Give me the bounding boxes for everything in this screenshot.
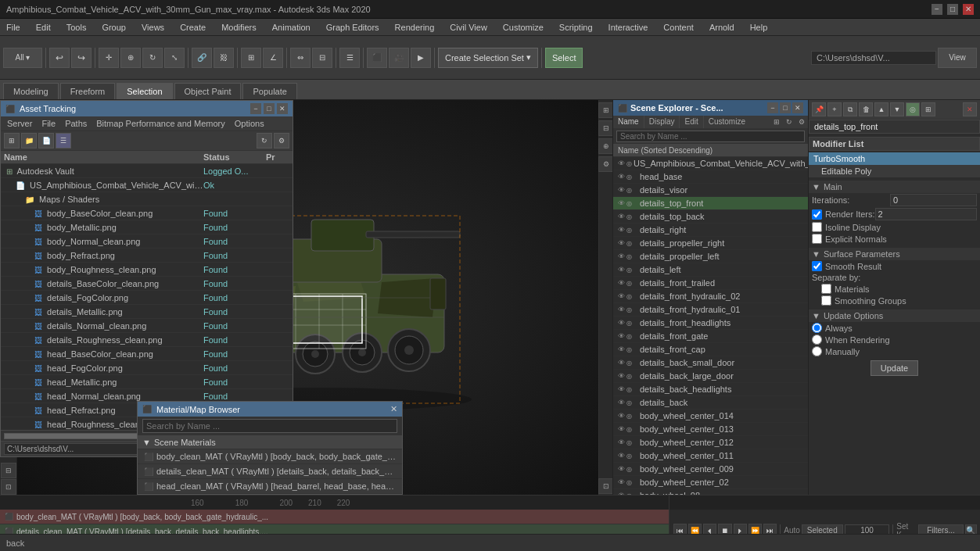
menu-civil-view[interactable]: Civil View xyxy=(447,21,490,34)
se-list-item[interactable]: 👁 ◎ US_Amphibious_Combat_Vehicle_ACV_wit… xyxy=(613,157,808,170)
asset-row[interactable]: 🖼 head_FogColor.png Found xyxy=(1,361,293,375)
menu-create[interactable]: Create xyxy=(177,21,209,34)
tab-populate[interactable]: Populate xyxy=(242,83,296,99)
mirror-btn[interactable]: ⇔ xyxy=(290,48,311,68)
rotate-btn[interactable]: ↻ xyxy=(142,48,163,68)
mod-tb-3[interactable]: ⊞ xyxy=(921,102,935,116)
render-setup-btn[interactable]: 🎥 xyxy=(389,48,409,68)
redo-btn[interactable]: ↪ xyxy=(71,48,92,68)
menu-arnold[interactable]: Arnold xyxy=(706,21,738,34)
se-list-item[interactable]: 👁 ◎ body_wheel_center_012 xyxy=(613,436,808,449)
smooth-result-check[interactable] xyxy=(812,261,822,271)
se-list-item[interactable]: 👁 ◎ details_propeller_right xyxy=(613,237,808,250)
iterations-input[interactable] xyxy=(890,194,977,206)
se-tab-edit[interactable]: Edit xyxy=(680,116,703,128)
scale-btn[interactable]: ⤡ xyxy=(164,48,185,68)
mod-tb-2[interactable]: ◎ xyxy=(906,102,920,116)
se-options-btn[interactable]: ⚙ xyxy=(795,116,808,128)
se-restore-btn[interactable]: □ xyxy=(780,102,791,113)
material-editor-btn[interactable]: ⬛ xyxy=(367,48,387,68)
asset-row[interactable]: 🖼 body_Metallic.png Found xyxy=(1,220,293,234)
move-btn[interactable]: ⊕ xyxy=(120,48,141,68)
viewport-mode-btn[interactable]: View xyxy=(938,48,977,68)
menu-graph-editors[interactable]: Graph Editors xyxy=(323,21,382,34)
link-btn[interactable]: 🔗 xyxy=(192,48,212,68)
asset-close-btn[interactable]: ✕ xyxy=(277,103,288,114)
menu-rendering[interactable]: Rendering xyxy=(392,21,438,34)
asset-row[interactable]: 🖼 head_BaseColor_clean.png Found xyxy=(1,347,293,361)
menu-file[interactable]: File xyxy=(3,21,23,34)
mod-tb-del[interactable]: 🗑 xyxy=(859,102,873,116)
se-tab-name[interactable]: Name xyxy=(613,116,644,128)
menu-animation[interactable]: Animation xyxy=(269,21,314,34)
asset-row[interactable]: 🖼 details_BaseColor_clean.png Found xyxy=(1,277,293,291)
render-iters-input[interactable] xyxy=(875,208,977,220)
asset-restore-btn[interactable]: □ xyxy=(264,103,275,114)
select-btn[interactable]: ✛ xyxy=(99,48,119,68)
snap-btn[interactable]: ⊞ xyxy=(241,48,261,68)
se-list-item[interactable]: 👁 ◎ details_back xyxy=(613,396,808,410)
asset-row[interactable]: 🖼 body_Refract.png Found xyxy=(1,249,293,263)
asset-tb-refresh[interactable]: ↻ xyxy=(257,133,272,148)
viewport-tb-2[interactable]: ⊟ xyxy=(598,120,613,136)
asset-menu-bitmap[interactable]: Bitmap Performance and Memory xyxy=(95,118,226,129)
se-list-item[interactable]: 👁 ◎ details_front_headlights xyxy=(613,317,808,330)
modifier-turbosmooth[interactable]: TurboSmooth xyxy=(809,152,980,165)
tab-selection[interactable]: Selection xyxy=(117,83,172,99)
update-button[interactable]: Update xyxy=(871,360,918,376)
vtb-btn-13[interactable]: ⊟ xyxy=(1,463,16,478)
se-tab-customize[interactable]: Customize xyxy=(704,116,750,128)
tab-modeling[interactable]: Modeling xyxy=(3,83,59,99)
asset-menu-options[interactable]: Options xyxy=(233,118,266,129)
asset-menu-file[interactable]: File xyxy=(40,118,57,129)
asset-menu-server[interactable]: Server xyxy=(5,118,34,129)
se-list-item[interactable]: 👁 ◎ details_front_gate xyxy=(613,330,808,343)
viewport-tb-1[interactable]: ⊞ xyxy=(598,102,613,118)
mod-tb-dup[interactable]: ⧉ xyxy=(843,102,857,116)
materials-check[interactable] xyxy=(821,284,831,294)
viewport-tb-5[interactable]: ⊡ xyxy=(598,478,613,494)
viewport-tb-4[interactable]: ⚙ xyxy=(598,156,613,172)
viewport-tb-3[interactable]: ⊕ xyxy=(598,138,613,154)
asset-tree[interactable]: ⊞ Autodesk Vault Logged O... 📄 US_Amphib… xyxy=(1,164,293,430)
menu-customize[interactable]: Customize xyxy=(500,21,547,34)
align-btn[interactable]: ⊟ xyxy=(312,48,332,68)
asset-tb-2[interactable]: 📁 xyxy=(21,133,37,148)
se-list-item[interactable]: 👁 ◎ body_wheel_center_013 xyxy=(613,423,808,436)
render-btn[interactable]: ▶ xyxy=(411,48,431,68)
mat-browser-item[interactable]: ⬛details_clean_MAT ( VRayMtl ) [details_… xyxy=(138,464,402,479)
se-filter-btn[interactable]: ⊞ xyxy=(770,116,783,128)
se-list-item[interactable]: 👁 ◎ details_visor xyxy=(613,184,808,197)
create-selection-btn[interactable]: Create Selection Set ▾ xyxy=(438,48,538,68)
asset-row[interactable]: 🖼 body_BaseColor_clean.png Found xyxy=(1,206,293,220)
mat-browser-item[interactable]: ⬛head_clean_MAT ( VRayMtl ) [head_barrel… xyxy=(138,479,402,494)
mod-tb-up[interactable]: ▲ xyxy=(874,102,888,116)
asset-row[interactable]: 🖼 body_Normal_clean.png Found xyxy=(1,234,293,249)
select-named-btn[interactable]: Select xyxy=(545,48,583,68)
se-list-item[interactable]: 👁 ◎ body_wheel_center_02 xyxy=(613,476,808,489)
filter-dropdown[interactable]: All ▾ xyxy=(3,48,42,68)
undo-btn[interactable]: ↩ xyxy=(49,48,70,68)
always-radio[interactable] xyxy=(812,323,822,333)
se-minimize-btn[interactable]: − xyxy=(767,102,778,113)
maximize-btn[interactable]: □ xyxy=(947,4,958,15)
render-iters-check[interactable] xyxy=(812,209,822,220)
unlink-btn[interactable]: ⛓ xyxy=(214,48,234,68)
se-list-item[interactable]: 👁 ◎ details_right xyxy=(613,224,808,237)
angle-snap-btn[interactable]: ∠ xyxy=(263,48,283,68)
se-list-item[interactable]: 👁 ◎ details_back_headlights xyxy=(613,383,808,396)
se-search-input[interactable] xyxy=(616,131,805,142)
se-list-item[interactable]: 👁 ◎ details_top_front xyxy=(613,197,808,210)
mod-tb-add[interactable]: + xyxy=(827,102,842,116)
asset-row[interactable]: 🖼 details_Metallic.png Found xyxy=(1,305,293,319)
close-btn[interactable]: ✕ xyxy=(963,4,974,15)
asset-tb-3[interactable]: 📄 xyxy=(38,133,54,148)
se-list-item[interactable]: 👁 ◎ details_front_trailed xyxy=(613,277,808,290)
asset-row[interactable]: 🖼 details_Normal_clean.png Found xyxy=(1,319,293,333)
menu-scripting[interactable]: Scripting xyxy=(556,21,596,34)
menu-content[interactable]: Content xyxy=(660,21,697,34)
se-close-btn[interactable]: ✕ xyxy=(792,102,803,113)
se-list-item[interactable]: 👁 ◎ head_base xyxy=(613,170,808,184)
menu-tools[interactable]: Tools xyxy=(63,21,90,34)
tab-object-paint[interactable]: Object Paint xyxy=(174,83,242,99)
